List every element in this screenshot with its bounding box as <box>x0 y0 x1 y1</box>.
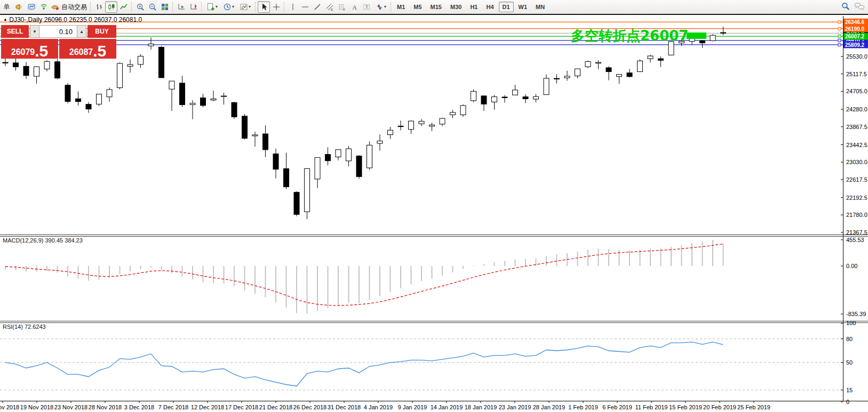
svg-text:14 Jan 2019: 14 Jan 2019 <box>431 404 463 410</box>
svg-text:E: E <box>331 8 333 11</box>
buy-price-main: 26087 <box>69 47 93 57</box>
monitor-chart-icon <box>27 3 36 11</box>
svg-text:25 Feb 2019: 25 Feb 2019 <box>737 404 770 410</box>
svg-text:14 Nov 2018: 14 Nov 2018 <box>0 404 19 410</box>
text-label-button[interactable]: T <box>360 1 372 13</box>
chart-title-symbol: DJ30-,Daily <box>9 16 42 23</box>
svg-text:11 Feb 2019: 11 Feb 2019 <box>635 404 668 410</box>
equidistant-channel-button[interactable]: E <box>323 1 336 13</box>
svg-text:23 Nov 2018: 23 Nov 2018 <box>54 404 87 410</box>
volume-increase-button[interactable]: ▲ <box>77 25 86 38</box>
timeframe-h4-button[interactable]: H4 <box>482 2 497 12</box>
cursor-icon <box>260 3 268 11</box>
sell-button[interactable]: SELL <box>1 25 29 38</box>
vertical-line-button[interactable] <box>286 1 299 13</box>
cursor-button[interactable] <box>258 1 270 13</box>
search-icon[interactable] <box>841 2 850 13</box>
trendline-icon <box>313 3 322 11</box>
toolbar-separator <box>201 2 202 12</box>
buy-price[interactable]: 26087.5 <box>59 39 116 59</box>
svg-text:6 Feb 2019: 6 Feb 2019 <box>602 404 632 410</box>
charts-button[interactable] <box>25 1 37 13</box>
candlestick-chart-button[interactable] <box>105 1 117 13</box>
bar-chart-button[interactable] <box>93 1 105 13</box>
auto-scroll-button[interactable] <box>175 1 187 13</box>
chart-shift-button[interactable] <box>187 1 200 13</box>
svg-text:F: F <box>343 8 345 11</box>
svg-text:23442.5: 23442.5 <box>846 142 867 148</box>
svg-text:80: 80 <box>846 336 853 342</box>
svg-text:24705.0: 24705.0 <box>846 88 867 94</box>
horizontal-line-icon <box>301 3 309 11</box>
svg-text:23867.5: 23867.5 <box>846 124 867 130</box>
svg-text:12 Dec 2018: 12 Dec 2018 <box>191 404 224 410</box>
svg-text:0.00: 0.00 <box>846 263 857 269</box>
svg-text:21780.0: 21780.0 <box>846 212 867 218</box>
signal-icon <box>39 3 48 11</box>
buy-price-frac: .5 <box>93 45 106 57</box>
zoom-in-button[interactable] <box>134 1 146 13</box>
timeframe-w1-button[interactable]: W1 <box>515 2 531 12</box>
volume-input[interactable]: 0.10 <box>39 25 77 38</box>
crosshair-button[interactable] <box>270 1 282 13</box>
tile-windows-icon <box>161 3 169 11</box>
svg-text:28 Jan 2019: 28 Jan 2019 <box>533 404 566 410</box>
sell-price[interactable]: 26079.5 <box>1 39 58 59</box>
toolbar-separator <box>284 2 285 12</box>
svg-text:21367.5: 21367.5 <box>846 229 867 236</box>
svg-text:26 Dec 2018: 26 Dec 2018 <box>293 404 327 410</box>
svg-text:3 Dec 2018: 3 Dec 2018 <box>124 404 154 410</box>
fibonacci-button[interactable]: F <box>336 1 348 13</box>
symbol-marker-icon: ▲ <box>3 17 7 22</box>
new-order-button[interactable]: 单 <box>1 1 13 13</box>
rsi-indicator-label: RSI(14) 72.6243 <box>3 324 46 330</box>
chart-window[interactable]: 25530.025117.524705.024280.023867.523442… <box>0 14 868 412</box>
new-order-label: 单 <box>4 3 10 12</box>
zoom-out-button[interactable] <box>146 1 158 13</box>
toolbar-right <box>841 2 868 13</box>
text-button[interactable]: A <box>348 1 360 13</box>
trendline-button[interactable] <box>311 1 323 13</box>
tile-windows-button[interactable] <box>158 1 171 13</box>
svg-text:-835.39: -835.39 <box>846 311 866 317</box>
line-chart-button[interactable] <box>117 1 130 13</box>
timeframe-d1-button[interactable]: D1 <box>499 2 514 12</box>
timeframe-m1-button[interactable]: M1 <box>393 2 409 12</box>
indicators-button[interactable]: ▾ <box>204 1 220 13</box>
volume-decrease-button[interactable]: ▼ <box>30 25 39 38</box>
svg-text:9 Jan 2019: 9 Jan 2019 <box>398 404 427 410</box>
price-chart-canvas[interactable]: 25530.025117.524705.024280.023867.523442… <box>0 15 868 412</box>
one-click-trading-panel: SELL ▼ 0.10 ▲ BUY 26079.5 26087.5 <box>1 25 116 59</box>
arrows-button[interactable]: ▾ <box>372 1 389 13</box>
chevron-down-icon: ▾ <box>384 5 386 9</box>
timeframe-m5-button[interactable]: M5 <box>410 2 425 12</box>
svg-text:T: T <box>365 4 368 10</box>
zoom-out-icon <box>148 3 157 11</box>
candlestick-icon <box>107 3 116 11</box>
timeframe-mn-button[interactable]: MN <box>532 2 548 12</box>
svg-text:26190.0: 26190.0 <box>845 26 865 32</box>
svg-text:21 Dec 2018: 21 Dec 2018 <box>259 404 292 410</box>
toolbar-separator <box>255 2 256 12</box>
svg-text:25809.2: 25809.2 <box>845 42 865 48</box>
timeframe-m30-button[interactable]: M30 <box>447 2 465 12</box>
svg-text:24280.0: 24280.0 <box>846 106 867 112</box>
zoom-in-icon <box>136 3 145 11</box>
periods-button[interactable]: ▾ <box>220 1 237 13</box>
timeframe-m15-button[interactable]: M15 <box>427 2 445 12</box>
chart-title: ▲ DJ30-,Daily 26096.0 26235.0 26037.0 26… <box>3 16 142 23</box>
buy-button[interactable]: BUY <box>87 25 116 38</box>
chart-title-ohlc: 26096.0 26235.0 26037.0 26081.0 <box>44 16 142 23</box>
market-watch-button[interactable] <box>13 1 25 13</box>
autotrading-button[interactable]: 自动交易 <box>50 1 89 13</box>
text-a-icon: A <box>350 3 359 11</box>
horizontal-line-button[interactable] <box>299 1 311 13</box>
chat-icon[interactable] <box>854 2 865 13</box>
fibonacci-icon: F <box>338 3 346 11</box>
templates-button[interactable]: ▾ <box>237 1 253 13</box>
timeframe-h1-button[interactable]: H1 <box>466 2 481 12</box>
svg-text:19 Nov 2018: 19 Nov 2018 <box>20 404 53 410</box>
horn-icon <box>15 3 23 11</box>
signals-button[interactable] <box>37 1 50 13</box>
crosshair-icon <box>272 3 281 11</box>
